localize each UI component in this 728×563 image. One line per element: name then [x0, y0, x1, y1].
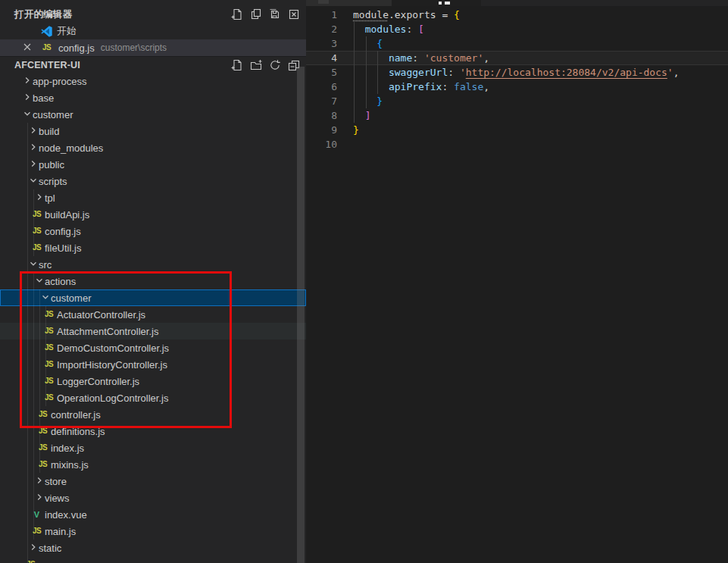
- line-number: 2: [306, 22, 337, 36]
- code-text: ]: [337, 108, 370, 123]
- tree-item-scripts[interactable]: scripts: [0, 173, 306, 189]
- tree-item-customer[interactable]: customer: [0, 289, 306, 306]
- code-line-8[interactable]: 8 ]: [306, 108, 728, 123]
- tree-item-actions[interactable]: actions: [0, 273, 306, 289]
- tree-item-label: base: [33, 92, 54, 104]
- tree-indent-guide: [27, 139, 28, 156]
- chevron-right-icon: [23, 76, 32, 87]
- tree-item-DemoCustomController.js[interactable]: JSDemoCustomController.js: [0, 339, 306, 356]
- tree-item-mixins.js[interactable]: JSmixins.js: [0, 456, 306, 473]
- tree-indent-guide: [33, 189, 34, 206]
- code-line-7[interactable]: 7 }: [306, 94, 728, 108]
- tree-item-label: public: [39, 159, 64, 170]
- chevron-down-icon: [29, 259, 38, 271]
- tree-item-buildApi.js[interactable]: JSbuildApi.js: [0, 206, 306, 223]
- split-editor-icon[interactable]: [250, 8, 262, 20]
- tree-item-label: AttachmentController.js: [57, 326, 158, 337]
- tree-item-customer[interactable]: customer: [0, 106, 306, 123]
- tree-item-label: static: [39, 543, 61, 554]
- code-line-2[interactable]: 2 modules: [: [306, 22, 728, 36]
- code-text: name: 'customer',: [337, 51, 489, 65]
- tree-item-src[interactable]: src: [0, 256, 306, 273]
- sidebar-scrollbar[interactable]: [297, 67, 305, 563]
- tree-indent-guide: [33, 456, 34, 473]
- code-area[interactable]: 1module.exports = {2 modules: [3 {4 name…: [306, 6, 728, 152]
- tree-item-tpl[interactable]: tpl: [0, 189, 306, 206]
- tree-item-build[interactable]: build: [0, 123, 306, 139]
- open-editor-item-开始[interactable]: 开始: [0, 23, 306, 39]
- tree-indent-guide: [33, 223, 34, 239]
- editor-tabstrip[interactable]: [306, 0, 728, 6]
- tree-item-public[interactable]: public: [0, 156, 306, 173]
- editor-tab-active-partial[interactable]: [392, 0, 481, 6]
- tree-indent-guide: [33, 439, 34, 456]
- tree-item-fileUtil.js[interactable]: JSfileUtil.js: [0, 239, 306, 256]
- code-text: {: [337, 36, 383, 51]
- tree-item-static[interactable]: static: [0, 540, 306, 556]
- tree-indent-guide: [45, 323, 46, 339]
- tree-item-base[interactable]: base: [0, 89, 306, 106]
- tree-item-node_modules[interactable]: node_modules: [0, 139, 306, 156]
- new-folder-icon[interactable]: [250, 59, 262, 71]
- tree-item-views[interactable]: views: [0, 489, 306, 506]
- tree-item-index.vue[interactable]: Vindex.vue: [0, 506, 306, 523]
- tree-indent-guide: [27, 206, 28, 223]
- tree-item-partial-file[interactable]: JS: [0, 556, 306, 563]
- new-untitled-file-icon[interactable]: [231, 8, 243, 20]
- tree-item-label: customer: [33, 109, 73, 120]
- chevron-down-icon: [23, 109, 32, 120]
- tree-item-OperationLogController.js[interactable]: JSOperationLogController.js: [0, 389, 306, 406]
- tree-item-label: DemoCustomController.js: [57, 342, 169, 354]
- tab-glint: [318, 0, 329, 4]
- tree-item-AttachmentController.js[interactable]: JSAttachmentController.js: [0, 323, 306, 339]
- tree-item-ImportHistoryController.js[interactable]: JSImportHistoryController.js: [0, 356, 306, 373]
- tree-item-label: LoggerController.js: [57, 376, 139, 387]
- save-all-icon[interactable]: [269, 8, 281, 20]
- tree-item-LoggerController.js[interactable]: JSLoggerController.js: [0, 373, 306, 389]
- tree-item-config.js[interactable]: JSconfig.js: [0, 223, 306, 239]
- chevron-down-icon: [41, 292, 50, 304]
- open-editor-item-config.js[interactable]: JSconfig.jscustomer\scripts: [0, 39, 306, 56]
- code-line-10[interactable]: 10: [306, 137, 728, 152]
- tree-indent-guide: [33, 289, 34, 306]
- code-line-5[interactable]: 5 swaggerUrl: 'http://localhost:28084/v2…: [306, 65, 728, 80]
- chevron-down-icon: [35, 276, 44, 287]
- tree-item-label: app-process: [33, 76, 87, 87]
- tree-indent-guide: [33, 339, 34, 356]
- tree-item-definitions.js[interactable]: JSdefinitions.js: [0, 423, 306, 439]
- code-line-4[interactable]: 4 name: 'customer',: [306, 51, 728, 65]
- tree-item-controller.js[interactable]: JScontroller.js: [0, 406, 306, 423]
- close-editor-icon[interactable]: [23, 42, 32, 54]
- tree-indent-guide: [27, 373, 28, 389]
- tree-item-app-process[interactable]: app-process: [0, 73, 306, 89]
- code-line-9[interactable]: 9}: [306, 123, 728, 137]
- open-editor-label: 开始: [57, 24, 77, 38]
- tree-item-label: src: [39, 259, 52, 271]
- open-editors-header[interactable]: 打开的编辑器: [0, 6, 306, 23]
- tree-indent-guide: [27, 489, 28, 506]
- project-section-header[interactable]: AFCENTER-UI: [0, 56, 306, 73]
- tree-indent-guide: [33, 206, 34, 223]
- code-line-1[interactable]: 1module.exports = {: [306, 8, 728, 22]
- tree-indent-guide: [39, 456, 40, 473]
- tree-indent-guide: [39, 339, 40, 356]
- refresh-explorer-icon[interactable]: [269, 59, 281, 71]
- tree-item-index.js[interactable]: JSindex.js: [0, 439, 306, 456]
- tree-indent-guide: [45, 373, 46, 389]
- close-all-editors-icon[interactable]: [288, 8, 300, 20]
- tree-item-ActuatorController.js[interactable]: JSActuatorController.js: [0, 306, 306, 323]
- vscode-logo-icon: [40, 25, 53, 38]
- code-line-6[interactable]: 6 apiPrefix: false,: [306, 80, 728, 94]
- line-number: 3: [306, 36, 337, 51]
- new-file-icon[interactable]: [231, 59, 243, 71]
- tree-indent-guide: [27, 389, 28, 406]
- tree-item-store[interactable]: store: [0, 473, 306, 489]
- tree-indent-guide: [27, 540, 28, 556]
- tree-item-label: mixins.js: [51, 459, 89, 471]
- tree-indent-guide: [33, 239, 34, 256]
- tree-item-label: definitions.js: [51, 426, 105, 437]
- tree-indent-guide: [27, 439, 28, 456]
- tree-item-main.js[interactable]: JSmain.js: [0, 523, 306, 540]
- code-line-3[interactable]: 3 {: [306, 36, 728, 51]
- tree-item-label: actions: [45, 276, 76, 287]
